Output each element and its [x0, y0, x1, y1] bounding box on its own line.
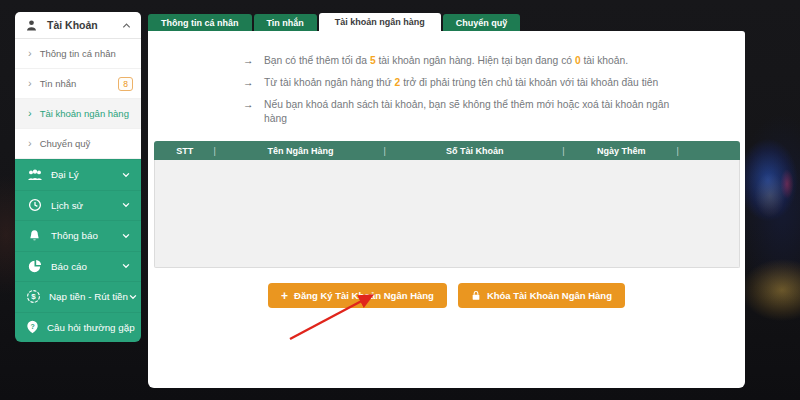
bank-accounts-table: STT | Tên Ngân Hàng | Số Tài Khoản | Ngà… [154, 141, 740, 268]
sidebar-item-bank-accounts[interactable]: › Tài khoản ngân hàng [15, 99, 141, 129]
sidebar-item-fund-transfer[interactable]: › Chuyển quỹ [15, 129, 141, 159]
sidebar-item-label: Chuyển quỹ [40, 138, 91, 149]
arrow-right-icon: → [243, 98, 264, 126]
table-header-stt: STT [154, 146, 216, 156]
chevron-right-icon: › [28, 78, 32, 89]
sidebar-item-notifications[interactable]: Thông báo [15, 220, 141, 251]
plus-icon: + [281, 290, 288, 302]
history-icon [26, 198, 43, 212]
chevron-right-icon: › [28, 138, 32, 149]
sidebar-account-header[interactable]: Tài Khoản [15, 12, 141, 39]
svg-text:?: ? [30, 323, 34, 330]
bell-icon [26, 229, 43, 243]
chevron-up-icon [121, 21, 132, 30]
sidebar-item-personal-info[interactable]: › Thông tin cá nhân [15, 39, 141, 69]
table-header-date-added: Ngày Thêm [564, 146, 678, 156]
dollar-icon: $ [26, 289, 41, 304]
arrow-right-icon: → [243, 54, 264, 68]
chevron-right-icon: › [28, 108, 32, 119]
table-header-bank-name: Tên Ngân Hàng [216, 146, 386, 156]
sidebar-item-agency[interactable]: Đại Lý [15, 159, 141, 190]
tab-messages[interactable]: Tin nhắn [254, 14, 317, 32]
arrow-right-icon: → [243, 76, 264, 90]
tab-fund-transfer[interactable]: Chuyển quỹ [443, 14, 521, 32]
chevron-down-icon [121, 201, 131, 209]
chevron-down-icon [121, 232, 131, 240]
note-lock-warning: → Nếu bạn khoá danh sách tài khoản, bạn … [243, 98, 671, 126]
lock-bank-account-button[interactable]: Khóa Tài Khoản Ngân Hàng [458, 283, 625, 308]
notes-list: → Bạn có thể thêm tối đa 5 tài khoản ngâ… [243, 54, 671, 134]
question-icon: ? [26, 320, 39, 334]
menu-item-label: Lịch sử [51, 200, 83, 211]
chevron-down-icon [121, 262, 131, 270]
tab-personal-info[interactable]: Thông tin cá nhân [148, 14, 252, 32]
sidebar-account-label: Tài Khoản [47, 19, 98, 31]
sidebar-account-section: Tài Khoản › Thông tin cá nhân › Tin nhắn… [15, 12, 141, 159]
tab-bar: Thông tin cá nhân Tin nhắn Tài khoản ngâ… [148, 13, 520, 32]
pie-chart-icon [26, 260, 43, 273]
sidebar-item-label: Thông tin cá nhân [40, 48, 116, 59]
sidebar-item-messages[interactable]: › Tin nhắn 8 [15, 69, 141, 99]
screen: Tài Khoản › Thông tin cá nhân › Tin nhắn… [0, 0, 800, 400]
menu-item-label: Thông báo [51, 230, 98, 241]
bank-accounts-panel: → Bạn có thể thêm tối đa 5 tài khoản ngâ… [148, 31, 745, 388]
menu-item-label: Đại Lý [51, 169, 79, 180]
note-max-accounts: → Bạn có thể thêm tối đa 5 tài khoản ngâ… [243, 54, 671, 68]
sidebar-item-label: Tin nhắn [40, 78, 77, 89]
sidebar-menu: Đại Lý Lịch sử Thông báo [15, 159, 141, 342]
table-header-account-number: Số Tài Khoản [385, 146, 564, 156]
sidebar-item-reports[interactable]: Báo cáo [15, 251, 141, 282]
menu-item-label: Báo cáo [51, 261, 87, 272]
chevron-down-icon [128, 293, 138, 301]
table-header-row: STT | Tên Ngân Hàng | Số Tài Khoản | Ngà… [154, 141, 740, 160]
lock-icon [471, 290, 481, 301]
register-bank-account-button[interactable]: + Đăng Ký Tài Khoản Ngân Hàng [268, 283, 447, 308]
table-empty-body [154, 160, 740, 268]
sidebar-item-label: Tài khoản ngân hàng [40, 108, 129, 119]
svg-text:$: $ [31, 293, 36, 302]
tab-bank-accounts[interactable]: Tài khoản ngân hàng [319, 13, 441, 32]
messages-count-badge: 8 [118, 77, 133, 91]
sidebar-item-faq[interactable]: ? Câu hỏi thường gặp [15, 312, 141, 343]
note-matching-name: → Từ tài khoản ngân hàng thứ 2 trở đi ph… [243, 76, 671, 90]
chevron-down-icon [121, 171, 131, 179]
users-icon [26, 169, 43, 181]
chevron-right-icon: › [28, 48, 32, 59]
sidebar: Tài Khoản › Thông tin cá nhân › Tin nhắn… [15, 12, 141, 342]
user-icon [25, 19, 38, 32]
sidebar-item-deposit-withdraw[interactable]: $ Nạp tiền - Rút tiền [15, 281, 141, 312]
menu-item-label: Nạp tiền - Rút tiền [49, 291, 128, 302]
action-buttons: + Đăng Ký Tài Khoản Ngân Hàng Khóa Tài K… [148, 283, 745, 308]
menu-item-label: Câu hỏi thường gặp [47, 322, 135, 333]
sidebar-item-history[interactable]: Lịch sử [15, 190, 141, 221]
